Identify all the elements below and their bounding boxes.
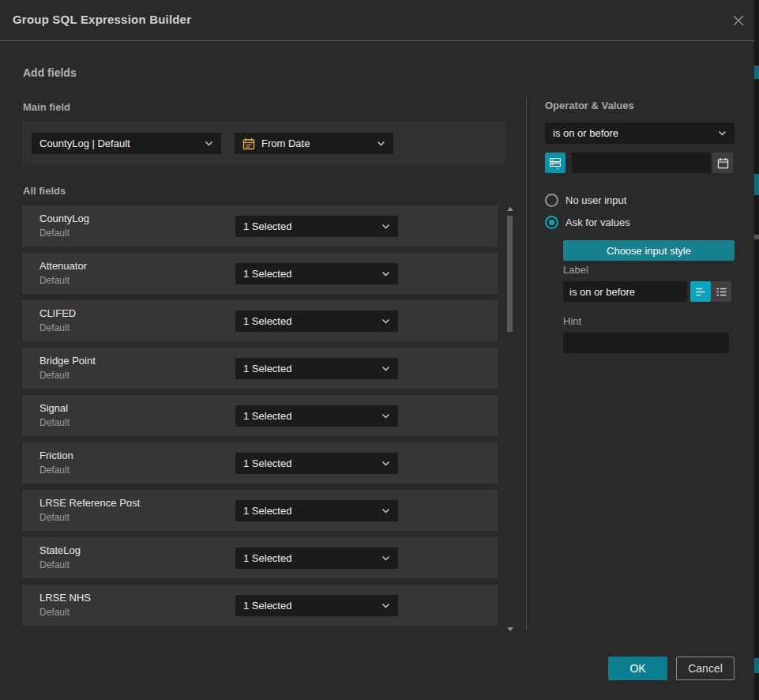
field-selected-value: 1 Selected — [243, 600, 291, 612]
background-app-fragment — [754, 174, 759, 195]
scrollbar-thumb[interactable] — [507, 216, 513, 332]
label-style-list-button[interactable] — [711, 281, 731, 302]
choose-input-style-button[interactable]: Choose input style — [563, 240, 735, 261]
all-fields-list: CountyLog Default 1 Selected Attenuator … — [22, 205, 498, 626]
chevron-down-icon — [381, 366, 390, 371]
field-selected-dropdown[interactable]: 1 Selected — [235, 453, 398, 474]
field-selected-dropdown[interactable]: 1 Selected — [235, 500, 398, 521]
triangle-up-icon — [507, 207, 513, 211]
field-selected-dropdown[interactable]: 1 Selected — [235, 263, 398, 284]
cancel-button[interactable]: Cancel — [676, 657, 735, 680]
background-app-fragment — [754, 658, 759, 673]
background-app-edge — [754, 0, 759, 700]
field-subtitle: Default — [39, 228, 70, 239]
triangle-down-icon — [507, 627, 513, 631]
radio-ask-for-values-label: Ask for values — [565, 216, 630, 228]
dataset-select[interactable]: CountyLog | Default — [32, 133, 221, 154]
chevron-down-icon — [718, 130, 727, 136]
label-style-single-button[interactable] — [690, 281, 711, 302]
close-button[interactable] — [728, 10, 749, 31]
radio-selected-icon — [545, 216, 558, 229]
chevron-down-icon — [381, 318, 390, 324]
field-row: LRSE Reference Post Default 1 Selected — [22, 490, 498, 531]
field-subtitle: Default — [39, 275, 70, 286]
chevron-down-icon — [381, 508, 390, 514]
field-subtitle: Default — [39, 370, 70, 381]
all-fields-heading: All fields — [23, 185, 66, 197]
field-name: Signal — [39, 402, 68, 414]
field-name: Friction — [39, 450, 73, 461]
field-selected-value: 1 Selected — [243, 505, 291, 517]
operator-select[interactable]: is on or before — [545, 122, 735, 144]
field-selected-value: 1 Selected — [243, 457, 291, 469]
label-input[interactable] — [563, 281, 687, 302]
value-source-picker-button[interactable] — [545, 152, 565, 173]
field-selected-dropdown[interactable]: 1 Selected — [235, 358, 398, 379]
field-row: Friction Default 1 Selected — [22, 442, 498, 484]
field-selected-value: 1 Selected — [243, 268, 291, 280]
field-row: LRSE NHS Default 1 Selected — [22, 585, 498, 626]
background-app-fragment — [754, 66, 759, 79]
field-selected-dropdown[interactable]: 1 Selected — [235, 548, 398, 569]
hint-input[interactable] — [563, 333, 729, 353]
add-fields-heading: Add fields — [23, 66, 77, 79]
field-selected-dropdown[interactable]: 1 Selected — [235, 405, 398, 427]
radio-ask-for-values[interactable]: Ask for values — [545, 216, 630, 229]
field-selected-value: 1 Selected — [243, 315, 291, 327]
operator-select-value: is on or before — [553, 127, 618, 139]
field-row: Signal Default 1 Selected — [22, 395, 498, 436]
field-subtitle: Default — [39, 465, 70, 476]
field-selected-value: 1 Selected — [243, 410, 291, 422]
chevron-down-icon — [381, 224, 390, 229]
field-subtitle: Default — [39, 417, 70, 428]
chevron-down-icon — [381, 555, 390, 561]
field-name: StateLog — [39, 544, 81, 556]
field-name: CLIFED — [39, 307, 76, 319]
calendar-icon — [242, 137, 255, 150]
date-picker-button[interactable] — [712, 152, 733, 173]
chevron-down-icon — [377, 141, 385, 146]
radio-no-user-input[interactable]: No user input — [545, 194, 626, 207]
dataset-select-value: CountyLog | Default — [39, 137, 130, 149]
radio-no-user-input-label: No user input — [565, 194, 626, 206]
field-selected-dropdown[interactable]: 1 Selected — [235, 216, 398, 237]
field-row: Attenuator Default 1 Selected — [22, 253, 498, 294]
chevron-down-icon — [381, 413, 390, 419]
field-subtitle: Default — [39, 607, 70, 618]
field-row: CLIFED Default 1 Selected — [22, 300, 498, 341]
radio-circle-icon — [545, 194, 558, 207]
chevron-down-icon — [381, 603, 390, 608]
scrollbar-down-button[interactable] — [506, 627, 513, 632]
column-divider — [526, 97, 527, 630]
field-name: LRSE Reference Post — [39, 497, 140, 509]
scrollbar-up-button[interactable] — [506, 207, 513, 212]
field-row: Bridge Point Default 1 Selected — [22, 348, 498, 389]
field-name: LRSE NHS — [39, 592, 91, 604]
field-name: Attenuator — [39, 260, 87, 272]
field-selected-dropdown[interactable]: 1 Selected — [235, 310, 398, 332]
ok-button[interactable]: OK — [608, 657, 667, 680]
field-selected-value: 1 Selected — [243, 363, 291, 374]
field-selected-dropdown[interactable]: 1 Selected — [235, 595, 398, 616]
field-selected-value: 1 Selected — [243, 552, 291, 564]
field-name: Bridge Point — [39, 355, 96, 367]
bulleted-list-icon — [716, 287, 727, 297]
chevron-down-icon — [205, 141, 213, 146]
value-input[interactable] — [572, 152, 711, 173]
dialog-title: Group SQL Expression Builder — [13, 13, 191, 26]
field-subtitle: Default — [39, 512, 70, 523]
stacked-values-icon — [549, 156, 562, 169]
field-subtitle: Default — [39, 322, 70, 333]
field-subtitle: Default — [39, 559, 70, 570]
field-row: StateLog Default 1 Selected — [22, 537, 498, 578]
field-name: CountyLog — [39, 213, 89, 224]
main-field-select[interactable]: From Date — [235, 133, 393, 154]
main-field-heading: Main field — [23, 101, 70, 113]
field-row: CountyLog Default 1 Selected — [22, 205, 498, 247]
field-selected-value: 1 Selected — [243, 220, 291, 232]
chevron-down-icon — [381, 271, 390, 277]
label-caption: Label — [563, 264, 588, 276]
main-field-select-value: From Date — [261, 137, 310, 149]
calendar-icon — [717, 157, 729, 169]
chevron-down-icon — [381, 461, 390, 466]
